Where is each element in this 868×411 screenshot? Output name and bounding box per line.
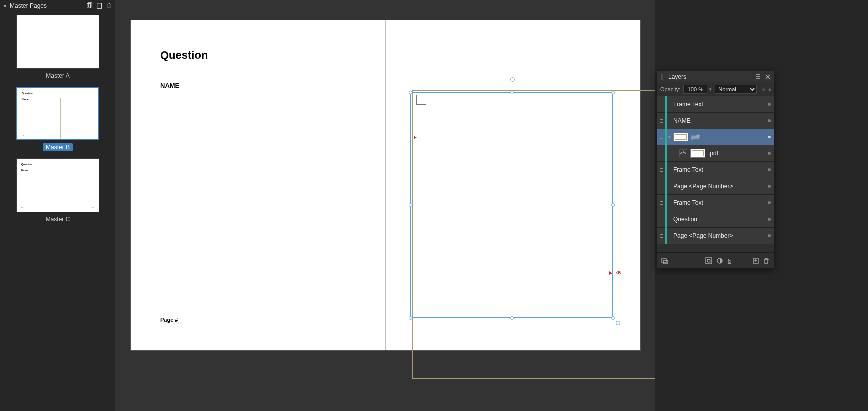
visibility-toggle-icon[interactable] <box>660 136 663 139</box>
master-pages-header: ▾ Master Pages <box>0 0 115 12</box>
layer-target-icon[interactable] <box>768 218 771 221</box>
page-heading: Question <box>160 49 208 62</box>
layers-panel[interactable]: ∥ Layers Opacity: ▾ Normal Frame Text <box>657 71 774 269</box>
svg-point-8 <box>707 259 710 262</box>
layer-name: .pdf <box>708 150 718 157</box>
spread-spine <box>385 20 386 351</box>
visibility-toggle-icon[interactable] <box>660 168 663 172</box>
layer-name: Question <box>673 216 697 223</box>
opacity-input[interactable] <box>683 85 707 94</box>
layer-thumbnail <box>673 133 688 141</box>
panel-close-icon[interactable] <box>765 74 771 80</box>
layer-target-icon[interactable] <box>768 201 771 204</box>
layer-color-strip <box>665 113 667 129</box>
layer-row-question[interactable]: Question <box>657 211 774 228</box>
visibility-toggle-icon[interactable] <box>660 103 663 106</box>
layers-header[interactable]: ∥ Layers <box>657 71 774 82</box>
master-thumb-c-preview: Question Name ··· ··· <box>16 158 99 212</box>
fx-icon[interactable]: fx <box>727 257 734 264</box>
layer-color-strip <box>665 162 667 178</box>
layer-target-icon[interactable] <box>768 136 771 138</box>
adjustment-icon[interactable] <box>716 257 723 264</box>
layer-name: Frame Text <box>673 166 703 173</box>
layer-target-icon[interactable] <box>768 185 771 188</box>
layer-row-page-number-2[interactable]: Page <Page Number> <box>657 228 774 244</box>
panel-grip-icon[interactable]: ∥ <box>660 73 665 80</box>
blend-mode-select[interactable]: Normal <box>715 85 757 94</box>
layer-name: Frame Text <box>673 101 703 108</box>
embedded-document-icon: </> <box>679 149 687 157</box>
layer-name: Frame Text <box>673 199 703 206</box>
layer-target-icon[interactable] <box>768 103 771 106</box>
layer-row-picture-frame[interactable]: ▾ pdf <box>657 129 774 145</box>
layer-settings-icon[interactable] <box>762 86 765 93</box>
svg-text:fx: fx <box>728 259 732 264</box>
layer-color-strip <box>665 145 667 162</box>
master-thumb-a-preview <box>16 15 99 69</box>
layer-target-icon[interactable] <box>768 119 771 122</box>
layer-thumbnail <box>690 149 705 158</box>
layer-color-strip <box>665 211 667 228</box>
layer-target-icon[interactable] <box>768 152 771 155</box>
layer-color-strip <box>665 195 667 211</box>
master-thumb-b[interactable]: Question Name ··· Master B <box>0 87 115 151</box>
visibility-toggle-icon[interactable] <box>660 201 663 205</box>
layer-row-pdf-embed[interactable]: </> .pdf ≣ <box>657 145 774 162</box>
linked-icon: ≣ <box>721 151 725 156</box>
selection-rotation-line <box>512 81 512 92</box>
visibility-toggle-icon[interactable] <box>660 234 663 238</box>
master-pages-title: Master Pages <box>10 2 86 9</box>
master-thumb-b-label: Master B <box>43 143 73 151</box>
layers-options-bar: Opacity: ▾ Normal <box>657 82 774 96</box>
master-pages-panel: ▾ Master Pages Master A Question Name <box>0 0 115 411</box>
panel-menu-icon[interactable] <box>755 74 761 80</box>
layer-lock-icon[interactable] <box>768 86 771 93</box>
layer-name: pdf <box>691 134 700 140</box>
master-pages-list: Master A Question Name ··· Master B Ques… <box>0 12 115 223</box>
layer-row-frame-text-2[interactable]: Frame Text <box>657 162 774 178</box>
svg-rect-4 <box>769 89 770 90</box>
layers-footer: fx <box>657 252 774 268</box>
master-thumb-b-preview: Question Name ··· <box>16 87 99 140</box>
master-thumb-c[interactable]: Question Name ··· ··· Master C <box>0 158 115 223</box>
picture-frame-marker <box>416 95 426 105</box>
svg-rect-2 <box>97 3 102 9</box>
master-thumb-a-label: Master A <box>43 72 72 80</box>
page-spread[interactable]: Question NAME Page # <box>130 20 641 351</box>
picture-frame[interactable] <box>412 90 655 379</box>
page-number-left: Page # <box>160 317 178 323</box>
layer-row-frame-text-1[interactable]: Frame Text <box>657 96 774 113</box>
collapse-chevron-icon[interactable]: ▾ <box>2 3 8 9</box>
expand-icon[interactable]: ▾ <box>667 135 671 139</box>
visibility-toggle-icon[interactable] <box>660 218 663 221</box>
master-thumb-c-label: Master C <box>43 215 73 223</box>
layer-row-page-number-1[interactable]: Page <Page Number> <box>657 178 774 195</box>
layer-color-strip <box>665 228 667 244</box>
duplicate-master-icon[interactable] <box>86 2 93 9</box>
visibility-toggle-icon[interactable] <box>660 119 663 123</box>
page-name-label: NAME <box>160 82 179 89</box>
layers-list: Frame Text NAME ▾ pdf </> <box>657 96 774 244</box>
delete-layer-icon[interactable] <box>763 257 770 264</box>
svg-rect-7 <box>706 258 712 264</box>
svg-point-3 <box>763 89 764 90</box>
new-master-icon[interactable] <box>96 2 103 9</box>
layer-target-icon[interactable] <box>768 168 771 171</box>
opacity-stepper-icon[interactable]: ▾ <box>709 87 712 92</box>
master-thumb-a[interactable]: Master A <box>0 15 115 80</box>
layer-row-name[interactable]: NAME <box>657 113 774 129</box>
layer-color-strip <box>665 96 667 113</box>
layer-color-strip <box>665 178 667 195</box>
merge-layers-icon[interactable] <box>661 257 668 264</box>
layers-title: Layers <box>668 73 755 80</box>
mask-icon[interactable] <box>705 257 712 264</box>
delete-master-icon[interactable] <box>106 2 112 9</box>
visibility-toggle-icon[interactable] <box>660 185 663 188</box>
new-layer-icon[interactable] <box>752 257 759 264</box>
layer-name: NAME <box>673 117 691 124</box>
layer-target-icon[interactable] <box>768 234 771 237</box>
layer-row-frame-text-3[interactable]: Frame Text <box>657 195 774 211</box>
opacity-label: Opacity: <box>660 86 680 92</box>
canvas[interactable]: Question NAME Page # <box>115 0 655 411</box>
layer-name: Page <Page Number> <box>673 232 733 239</box>
